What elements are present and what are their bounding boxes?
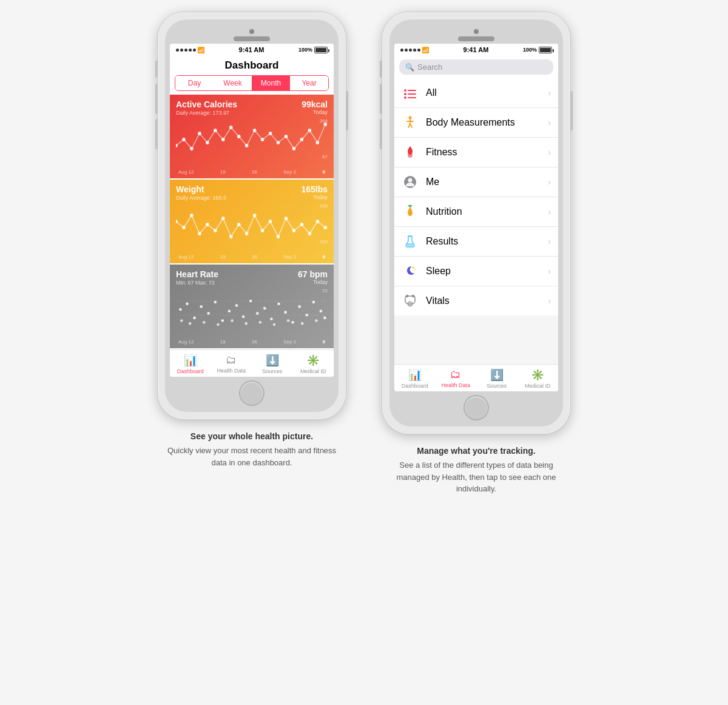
list-item-vitals[interactable]: Vitals › — [394, 286, 558, 315]
svg-point-60 — [305, 314, 308, 317]
volume-down-button — [380, 119, 382, 149]
me-icon — [402, 174, 419, 191]
signal-dot — [193, 49, 196, 52]
card-header: Active Calories Daily Average: 173.97 99… — [176, 100, 328, 116]
calories-svg — [176, 118, 328, 161]
tab-month[interactable]: Month — [252, 76, 290, 90]
power-button — [570, 91, 573, 130]
list-item-me[interactable]: Me › — [394, 167, 558, 197]
bottom-tab-medical-id[interactable]: ✳️ Medical ID — [293, 352, 334, 376]
svg-point-71 — [273, 323, 276, 326]
chart-max: 268 — [320, 118, 328, 124]
chart-min: 163 — [320, 239, 328, 245]
home-button[interactable] — [240, 382, 263, 405]
bottom-tab-sources[interactable]: ⬇️ Sources — [252, 352, 293, 376]
sources-icon: ⬇️ — [266, 354, 279, 367]
svg-rect-76 — [408, 90, 416, 91]
svg-point-12 — [269, 132, 272, 135]
svg-point-26 — [221, 217, 225, 220]
list-item-fitness[interactable]: Fitness › — [394, 138, 558, 167]
svg-point-58 — [291, 321, 294, 324]
phone1-top — [170, 24, 334, 44]
chart-dates: Aug 12 19 26 Sep 2 9 — [176, 254, 328, 260]
list-item-label: Nutrition — [426, 206, 541, 217]
list-item-label: All — [426, 87, 541, 98]
bottom-tab-dashboard[interactable]: 📊 Dashboard — [394, 367, 436, 390]
svg-point-14 — [285, 135, 288, 138]
svg-point-55 — [270, 317, 273, 320]
bottom-tab-health-data[interactable]: 🗂 Health Data — [211, 352, 252, 376]
home-button[interactable] — [465, 396, 488, 419]
phone1-screen: 📶 9:41 AM 100% Dashboard — [170, 44, 334, 377]
svg-point-77 — [404, 93, 406, 95]
period-tabs[interactable]: Day Week Month Year — [175, 75, 329, 91]
phone1-section: 📶 9:41 AM 100% Dashboard — [158, 12, 346, 468]
signal-area: 📶 — [176, 47, 204, 53]
svg-point-61 — [312, 301, 315, 304]
signal-area: 📶 — [400, 47, 429, 53]
bottom-tab-bar: 📊 Dashboard 🗂 Health Data ⬇️ Sources — [170, 349, 334, 377]
mute-button — [155, 61, 158, 78]
chevron-right-icon: › — [548, 118, 551, 127]
volume-down-button — [155, 119, 158, 149]
svg-point-21 — [182, 226, 186, 229]
list-item-body-measurements[interactable]: Body Measurements › — [394, 108, 558, 138]
date-label: Aug 12 — [178, 254, 194, 260]
body-measurements-icon — [402, 114, 419, 131]
earpiece — [458, 36, 494, 41]
svg-point-47 — [214, 301, 217, 304]
tab-year[interactable]: Year — [290, 76, 328, 90]
bottom-tab-sources[interactable]: ⬇️ Sources — [476, 367, 517, 390]
list-item-sleep[interactable]: Sleep › — [394, 257, 558, 286]
health-list: All › — [394, 78, 558, 315]
list-item-results[interactable]: Results › — [394, 227, 558, 257]
search-icon: 🔍 — [405, 63, 414, 72]
date-label-active: 9 — [323, 169, 325, 175]
bottom-tab-label: Medical ID — [300, 368, 326, 374]
card-date: Today — [301, 194, 328, 200]
battery-percent: 100% — [523, 47, 537, 53]
date-label: 26 — [252, 254, 257, 260]
svg-point-18 — [316, 141, 320, 144]
list-item-nutrition[interactable]: Nutrition › — [394, 197, 558, 227]
bottom-tab-dashboard[interactable]: 📊 Dashboard — [170, 352, 211, 376]
weight-card[interactable]: Weight Daily Average: 165.5 165lbs Today… — [170, 180, 334, 263]
chevron-right-icon: › — [548, 88, 551, 98]
weight-svg — [176, 203, 328, 246]
heart-rate-card[interactable]: Heart Rate Min: 67 Max: 72 67 bpm Today … — [170, 265, 334, 348]
active-calories-card[interactable]: Active Calories Daily Average: 173.97 99… — [170, 95, 334, 178]
caption2-body: See a list of the different types of dat… — [388, 459, 564, 495]
dashboard-icon: 📊 — [408, 368, 422, 382]
svg-point-43 — [186, 302, 189, 305]
list-item-label: Me — [426, 177, 541, 187]
phone2-screen: 📶 9:41 AM 100% 🔍 Search — [394, 44, 558, 391]
battery-icon — [314, 47, 328, 53]
bottom-tab-health-data[interactable]: 🗂 Health Data — [436, 367, 477, 390]
bottom-tab-medical-id[interactable]: ✳️ Medical ID — [517, 367, 559, 390]
medical-id-icon: ✳️ — [306, 354, 320, 367]
svg-point-22 — [190, 214, 194, 217]
svg-point-87 — [408, 178, 413, 183]
tab-day[interactable]: Day — [175, 76, 214, 90]
tab-week[interactable]: Week — [214, 76, 252, 90]
signal-dot — [176, 49, 179, 52]
search-bar[interactable]: 🔍 Search — [399, 59, 553, 75]
battery-area: 100% — [298, 47, 328, 53]
date-label: Aug 12 — [178, 339, 194, 345]
svg-point-69 — [244, 322, 248, 325]
svg-point-50 — [235, 304, 238, 307]
svg-point-35 — [292, 229, 296, 232]
svg-point-62 — [320, 309, 323, 312]
status-bar2: 📶 9:41 AM 100% — [394, 44, 558, 56]
wifi-icon: 📶 — [422, 47, 429, 53]
list-item-all[interactable]: All › — [394, 78, 558, 108]
front-camera — [249, 29, 254, 34]
svg-point-90 — [414, 269, 416, 270]
svg-point-1 — [182, 138, 186, 141]
phone1-inner: 📶 9:41 AM 100% Dashboard — [165, 19, 339, 412]
signal-dot — [405, 49, 408, 52]
list-item-label: Sleep — [426, 266, 541, 277]
bottom-tab-label: Health Data — [441, 382, 470, 388]
chevron-right-icon: › — [548, 296, 551, 306]
chevron-right-icon: › — [548, 237, 551, 246]
